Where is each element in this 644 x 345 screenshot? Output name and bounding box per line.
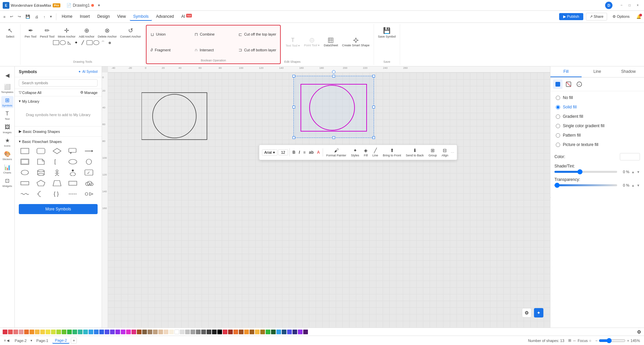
gradient-fill-option[interactable]: Gradient fill — [554, 113, 640, 120]
color-swatch[interactable] — [212, 330, 217, 334]
group-button[interactable]: ⊞ Group — [426, 146, 439, 158]
combine-button[interactable]: ⊓ Combine — [192, 27, 235, 42]
publish-button[interactable]: ▶ Publish — [559, 13, 583, 20]
italic-button[interactable]: I — [298, 149, 301, 155]
color-swatch[interactable] — [30, 330, 34, 334]
page-tab-1[interactable]: Page-1 — [34, 338, 51, 343]
shape-ellipse[interactable] — [67, 157, 79, 166]
sidebar-item-icons[interactable]: ★ Icons — [1, 136, 13, 148]
sidebar-item-text[interactable]: T Text — [1, 109, 13, 121]
color-swatch[interactable] — [298, 330, 303, 334]
add-tab-button[interactable]: + — [98, 3, 100, 8]
union-button[interactable]: ⊔ Union — [148, 27, 191, 42]
color-swatch[interactable] — [287, 330, 292, 334]
cut-bottom-button[interactable]: ⊐ Cut off bottom layer — [236, 43, 279, 58]
no-fill-radio[interactable] — [556, 96, 560, 100]
color-swatch[interactable] — [223, 330, 227, 334]
more-button[interactable]: ▾ — [48, 13, 54, 20]
single-gradient-fill-option[interactable]: Single color gradient fill — [554, 122, 640, 130]
fit-page-button[interactable]: ⊞ — [568, 338, 571, 343]
tab-file[interactable]: 📄 Drawing1 — [63, 2, 97, 9]
shape-wide-rect[interactable] — [67, 179, 79, 188]
close-button[interactable]: × — [634, 2, 641, 8]
symbols-search-input[interactable] — [19, 79, 98, 87]
page-prev-button[interactable]: ◀ — [7, 339, 9, 342]
color-swatch[interactable] — [83, 330, 88, 334]
shape-rect[interactable] — [19, 146, 31, 156]
delete-anchor-button[interactable]: ⊗ Delete Anchor — [96, 26, 118, 40]
fragment-button[interactable]: ∂ Fragment — [148, 43, 191, 58]
shape-group-1[interactable] — [142, 86, 209, 146]
color-swatch[interactable] — [35, 330, 40, 334]
panel-tool-3[interactable]: ? — [575, 80, 584, 89]
tab-close-dot[interactable] — [91, 4, 94, 7]
color-swatch[interactable] — [115, 330, 120, 334]
color-swatch[interactable] — [244, 330, 249, 334]
color-swatch[interactable] — [282, 330, 286, 334]
sidebar-item-symbols[interactable]: ⊞ Symbols — [1, 96, 13, 108]
pen-tool-button[interactable]: ✒ Pen Tool — [23, 26, 38, 40]
fit-width-button[interactable]: ↔ — [573, 339, 576, 343]
align-button[interactable]: ≡ — [302, 149, 307, 155]
panel-collapse-button[interactable]: ▶▶ — [550, 190, 550, 204]
sidebar-item-widgets[interactable]: ⊡ Widgets — [1, 177, 13, 189]
sidebar-collapse-button[interactable]: ≡ — [1, 13, 7, 20]
smart-shape-button[interactable]: Create Smart Shape — [341, 36, 371, 48]
fill-blue-button[interactable] — [553, 80, 562, 89]
shape-circle[interactable] — [83, 157, 95, 166]
shape-trapezoid[interactable] — [51, 179, 63, 188]
shape-cylinder[interactable] — [35, 168, 47, 177]
color-swatch[interactable] — [51, 330, 56, 334]
shape-check[interactable]: ✓ — [83, 168, 95, 177]
color-swatch[interactable] — [94, 330, 99, 334]
color-swatch[interactable] — [196, 330, 201, 334]
canvas-area[interactable]: -40 -20 0 20 40 60 80 100 120 140 160 18… — [102, 66, 550, 328]
redo-button[interactable]: ↪ — [16, 13, 23, 20]
shape-diamond[interactable] — [51, 146, 63, 156]
datasheet-button[interactable]: DataSheet — [322, 36, 339, 48]
color-swatch[interactable] — [239, 330, 244, 334]
single-gradient-fill-radio[interactable] — [556, 124, 560, 128]
pattern-fill-radio[interactable] — [556, 133, 560, 138]
color-settings-button[interactable]: ⚙ — [637, 329, 641, 335]
color-swatch[interactable] — [180, 330, 184, 334]
color-swatch[interactable] — [276, 330, 281, 334]
shadow-tab[interactable]: Shadow — [613, 66, 644, 77]
ai-assist-button[interactable]: ✦ — [534, 308, 543, 317]
shade-increment[interactable]: ▲ — [631, 170, 635, 174]
no-fill-option[interactable]: No fill — [554, 94, 640, 101]
add-page-button[interactable]: + — [71, 338, 77, 344]
page-dropdown-button[interactable]: ▾ — [31, 339, 32, 342]
color-swatch[interactable] — [303, 330, 308, 334]
transparency-decrement[interactable]: ▼ — [637, 184, 640, 187]
color-swatch[interactable] — [99, 330, 104, 334]
shape-cloud[interactable] — [83, 179, 95, 188]
color-swatch[interactable] — [72, 330, 77, 334]
solid-fill-radio[interactable] — [556, 105, 560, 109]
options-button[interactable]: ⚙ Options — [610, 13, 632, 20]
focus-circle-button[interactable]: ○ — [589, 339, 591, 343]
color-swatch[interactable] — [174, 330, 179, 334]
manage-button[interactable]: ⚙ Manage — [80, 90, 98, 95]
gradient-fill-radio[interactable] — [556, 114, 560, 119]
more-symbols-button[interactable]: More Symbols — [19, 204, 98, 214]
export-button[interactable]: ↑ — [41, 13, 47, 20]
maximize-button[interactable]: □ — [626, 2, 633, 8]
sidebar-item-images[interactable]: 🖼 Images — [1, 123, 13, 135]
color-swatch[interactable] — [207, 330, 211, 334]
notification-button[interactable]: 🔔 — [635, 13, 643, 20]
intersect-button[interactable]: ∩ Intersect — [192, 43, 235, 58]
transparency-increment[interactable]: ▲ — [631, 184, 635, 187]
arc-shape-tool[interactable]: ⌒ — [100, 40, 106, 45]
page-list-button[interactable]: ≡ — [4, 339, 6, 342]
color-swatch[interactable] — [142, 330, 147, 334]
print-button[interactable]: 🖨 — [33, 13, 41, 20]
color-swatch[interactable] — [40, 330, 45, 334]
triangle-shape-tool[interactable]: ◺ — [66, 40, 72, 45]
color-swatch[interactable] — [56, 330, 61, 334]
color-swatch[interactable] — [8, 330, 13, 334]
color-swatch[interactable] — [121, 330, 125, 334]
color-swatch[interactable] — [3, 330, 7, 334]
font-size-input[interactable]: 12 — [278, 149, 288, 155]
add-anchor-button[interactable]: ⊕ Add Anchor — [77, 26, 96, 40]
